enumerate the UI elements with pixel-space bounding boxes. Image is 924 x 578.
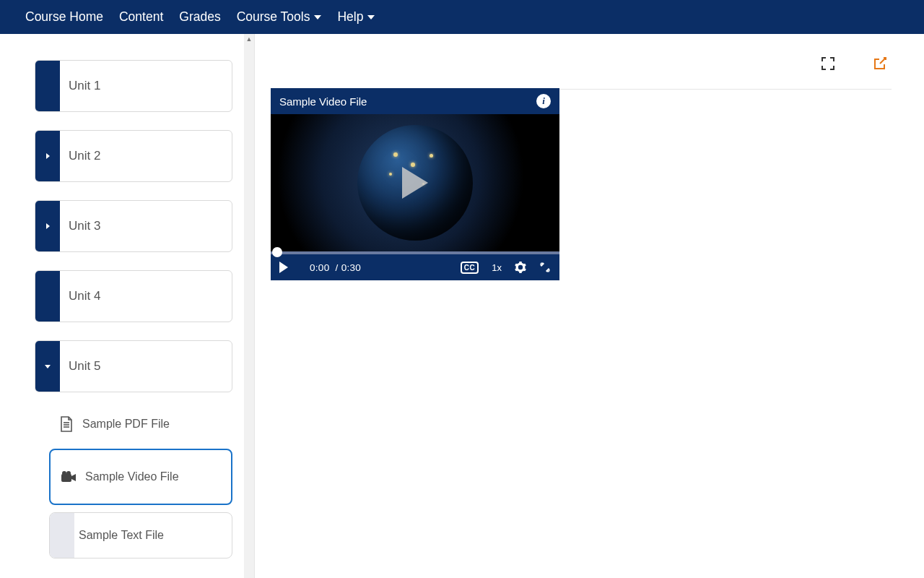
fullscreen-button[interactable] xyxy=(820,56,836,72)
play-overlay-icon[interactable] xyxy=(402,167,428,199)
info-icon: i xyxy=(542,95,545,107)
unit-tab xyxy=(35,131,60,181)
nav-course-home[interactable]: Course Home xyxy=(25,9,103,25)
content-area: Sample Video File i xyxy=(254,34,924,578)
unit5-sub-items: Sample PDF File Sample Video File Sample… xyxy=(49,407,232,558)
nav-label: Course Home xyxy=(25,9,103,25)
nav-label: Course Tools xyxy=(237,9,310,25)
top-nav: Course Home Content Grades Course Tools … xyxy=(0,0,924,34)
expand-icon xyxy=(821,56,835,71)
duration-time: 0:30 xyxy=(341,262,361,273)
unit-label: Unit 3 xyxy=(60,201,100,251)
video-viewport[interactable] xyxy=(271,114,559,251)
svg-rect-3 xyxy=(61,474,71,482)
captions-button[interactable]: CC xyxy=(461,262,479,274)
content-toolbar xyxy=(271,56,892,90)
sub-item-text[interactable]: Sample Text File xyxy=(49,512,232,558)
video-progress-bar[interactable] xyxy=(271,251,559,254)
nav-label: Help xyxy=(337,9,363,25)
unit-tab xyxy=(35,61,60,111)
sub-item-label: Sample PDF File xyxy=(82,418,170,431)
nav-course-tools[interactable]: Course Tools xyxy=(237,9,322,25)
current-time: 0:00 xyxy=(310,262,329,273)
playback-speed-button[interactable]: 1x xyxy=(492,262,502,273)
video-time: 0:00 / 0:30 xyxy=(310,262,361,273)
expand-right-icon xyxy=(46,153,50,159)
sub-item-tab xyxy=(50,513,74,558)
video-container: Sample Video File i xyxy=(271,88,892,280)
unit-card-5[interactable]: Unit 5 xyxy=(35,340,232,392)
scroll-arrow-up-icon[interactable]: ▲ xyxy=(244,34,254,44)
open-new-window-button[interactable] xyxy=(872,56,888,72)
external-link-icon xyxy=(873,56,887,71)
scrollbar-track[interactable]: ▲ xyxy=(244,34,254,578)
video-player: Sample Video File i xyxy=(271,88,559,280)
chevron-down-icon xyxy=(314,15,321,20)
unit-tab xyxy=(35,271,60,322)
settings-icon[interactable] xyxy=(515,262,526,273)
cc-label: CC xyxy=(464,264,475,272)
unit-card-3[interactable]: Unit 3 xyxy=(35,200,232,252)
nav-label: Grades xyxy=(179,9,220,25)
play-button[interactable] xyxy=(279,262,288,273)
unit-label: Unit 4 xyxy=(60,271,100,322)
unit-label: Unit 1 xyxy=(60,61,100,111)
sub-item-video[interactable]: Sample Video File xyxy=(49,449,232,505)
progress-handle[interactable] xyxy=(272,247,282,257)
unit-card-1[interactable]: Unit 1 xyxy=(35,60,232,112)
video-title: Sample Video File xyxy=(279,95,367,108)
video-camera-icon xyxy=(61,470,77,483)
svg-point-4 xyxy=(62,471,66,475)
nav-help[interactable]: Help xyxy=(337,9,375,25)
chevron-down-icon xyxy=(367,15,375,20)
unit-card-4[interactable]: Unit 4 xyxy=(35,270,232,322)
sub-item-label: Sample Video File xyxy=(85,470,179,483)
info-button[interactable]: i xyxy=(536,94,551,108)
expand-down-icon xyxy=(45,365,51,368)
unit-tab xyxy=(35,341,60,392)
unit-tab xyxy=(35,201,60,251)
expand-right-icon xyxy=(46,223,50,229)
document-icon xyxy=(59,415,74,433)
unit-label: Unit 2 xyxy=(60,131,100,181)
unit-card-2[interactable]: Unit 2 xyxy=(35,130,232,182)
svg-point-5 xyxy=(66,471,71,475)
sub-item-pdf[interactable]: Sample PDF File xyxy=(49,407,232,441)
nav-grades[interactable]: Grades xyxy=(179,9,220,25)
video-controls: 0:00 / 0:30 CC 1x xyxy=(271,254,559,280)
video-fullscreen-icon[interactable] xyxy=(539,262,551,273)
video-header: Sample Video File i xyxy=(271,88,559,114)
nav-label: Content xyxy=(119,9,163,25)
nav-content[interactable]: Content xyxy=(119,9,163,25)
speed-label: 1x xyxy=(492,262,502,273)
sub-item-label: Sample Text File xyxy=(79,529,164,542)
course-sidebar: ▲ Unit 1 Unit 2 Unit 3 Unit 4 Unit 5 xyxy=(0,34,254,578)
unit-label: Unit 5 xyxy=(60,341,100,392)
